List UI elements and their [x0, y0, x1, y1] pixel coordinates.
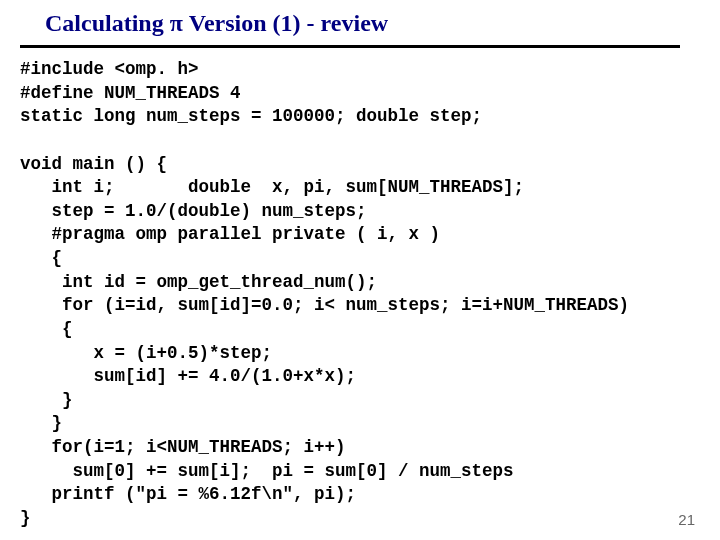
code-listing: #include <omp. h> #define NUM_THREADS 4 …: [20, 58, 700, 531]
slide-title: Calculating π Version (1) - review: [45, 10, 700, 37]
title-underline: [20, 45, 680, 48]
page-number: 21: [678, 511, 695, 528]
slide-container: Calculating π Version (1) - review #incl…: [0, 0, 720, 540]
